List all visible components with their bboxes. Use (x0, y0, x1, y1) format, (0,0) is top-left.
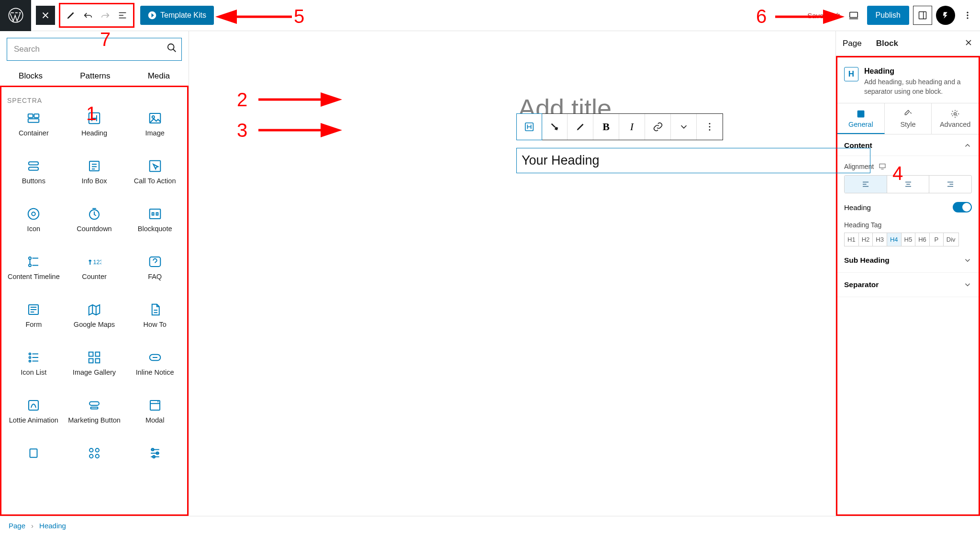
block-sliders[interactable] (124, 446, 185, 479)
block-iconlist[interactable]: Icon List (3, 350, 64, 384)
tag-p[interactable]: P (929, 233, 944, 246)
svg-point-29 (29, 360, 31, 362)
tab-style[interactable]: Style (885, 103, 932, 134)
block-countdown[interactable]: Countdown (64, 207, 125, 240)
block-gallery[interactable]: Image Gallery (64, 350, 125, 384)
block-toolbar: B I (516, 113, 723, 140)
tag-h3[interactable]: H3 (872, 233, 887, 246)
undo-button[interactable] (79, 7, 97, 24)
inserter-panel: Blocks Patterns Media SPECTRA ContainerH… (0, 31, 189, 516)
tab-blocks[interactable]: Blocks (19, 71, 43, 81)
breadcrumb-current[interactable]: Heading (39, 522, 66, 530)
heading-tag-label: Heading Tag (844, 221, 972, 229)
template-kits-label: Template Kits (160, 11, 206, 20)
heading-block[interactable]: Your Heading (516, 148, 870, 173)
tag-h4[interactable]: H4 (887, 233, 902, 246)
editor-canvas[interactable]: Add title B I Your Heading (189, 31, 835, 516)
svg-rect-31 (95, 352, 100, 357)
block-marketing[interactable]: Marketing Button (64, 398, 125, 432)
heading-toggle-label: Heading (844, 203, 871, 212)
block-type-button[interactable] (516, 113, 542, 140)
block-grid4[interactable] (64, 446, 125, 479)
align-left-button[interactable] (845, 176, 887, 193)
block-map[interactable]: Google Maps (64, 302, 125, 336)
template-kits-button[interactable]: Template Kits (140, 6, 214, 25)
heading-toggle[interactable] (953, 202, 972, 212)
svg-rect-36 (89, 402, 99, 406)
more-options-button[interactable] (959, 7, 976, 24)
italic-button[interactable]: I (619, 114, 645, 140)
sidebar-tab-page[interactable]: Page (843, 39, 862, 48)
publish-button[interactable]: Publish (867, 6, 909, 25)
more-formatting-button[interactable] (671, 114, 697, 140)
block-counter[interactable]: 123Counter (64, 255, 125, 288)
block-timeline[interactable]: Content Timeline (3, 255, 64, 288)
block-image[interactable]: Image (124, 111, 185, 145)
svg-point-42 (89, 455, 93, 458)
svg-text:123: 123 (93, 259, 101, 266)
tab-advanced[interactable]: Advanced (932, 103, 979, 134)
preview-device-button[interactable] (844, 6, 863, 25)
wordpress-logo[interactable] (0, 0, 31, 31)
block-faq[interactable]: FAQ (124, 255, 185, 288)
tag-h1[interactable]: H1 (844, 233, 859, 246)
tab-media[interactable]: Media (148, 71, 170, 81)
svg-point-13 (152, 116, 154, 118)
block-lottie[interactable]: Lottie Animation (3, 398, 64, 432)
block-buttons[interactable]: Buttons (3, 159, 64, 192)
svg-rect-3 (919, 12, 926, 19)
redo-button[interactable] (97, 7, 114, 24)
block-options-button[interactable] (697, 114, 723, 140)
svg-rect-9 (34, 114, 39, 118)
document-overview-button[interactable] (114, 7, 131, 24)
block-cta[interactable]: Call To Action (124, 159, 185, 192)
block-heading[interactable]: Heading (64, 111, 125, 145)
separator-panel-toggle[interactable]: Separator (837, 273, 979, 297)
block-slider[interactable] (3, 446, 64, 479)
close-sidebar-button[interactable] (964, 38, 973, 49)
align-center-button[interactable] (887, 176, 930, 193)
link-button[interactable] (645, 114, 671, 140)
svg-point-18 (28, 209, 39, 220)
close-inserter-button[interactable] (36, 6, 55, 25)
subheading-panel-toggle[interactable]: Sub Heading (837, 248, 979, 273)
svg-rect-33 (95, 359, 100, 363)
svg-rect-53 (880, 164, 885, 168)
sidebar-tab-block[interactable]: Block (876, 39, 898, 48)
toggle-settings-button[interactable] (913, 6, 932, 25)
alignment-buttons (844, 175, 972, 193)
block-blockquote[interactable]: Blockquote (124, 207, 185, 240)
tab-general[interactable]: General (837, 103, 885, 134)
svg-rect-15 (29, 167, 38, 170)
block-card-desc: Add heading, sub heading and a separator… (864, 78, 972, 96)
tag-h6[interactable]: H6 (915, 233, 930, 246)
block-form[interactable]: Form (3, 302, 64, 336)
tag-div[interactable]: Div (943, 233, 959, 246)
svg-rect-32 (89, 359, 93, 363)
block-notice[interactable]: Inline Notice (124, 350, 185, 384)
search-input[interactable] (7, 38, 182, 61)
tag-h2[interactable]: H2 (858, 233, 873, 246)
align-right-button[interactable] (929, 176, 971, 193)
spectra-icon[interactable] (936, 6, 955, 25)
block-howto[interactable]: How To (124, 302, 185, 336)
save-draft-link[interactable]: Save draft (807, 11, 840, 20)
block-modal[interactable]: Modal (124, 398, 185, 432)
svg-point-43 (95, 455, 99, 458)
desktop-responsive-icon[interactable] (879, 163, 886, 170)
block-container[interactable]: Container (3, 111, 64, 145)
chevron-down-icon (963, 256, 972, 265)
svg-point-23 (29, 264, 31, 267)
svg-rect-21 (149, 209, 160, 219)
tag-h5[interactable]: H5 (901, 233, 916, 246)
drag-handle-button[interactable] (542, 114, 568, 140)
chevron-down-icon (963, 280, 972, 289)
highlight-button[interactable] (568, 114, 593, 140)
edit-tool-button[interactable] (62, 7, 79, 24)
block-infobox[interactable]: Info Box (64, 159, 125, 192)
svg-point-41 (95, 448, 99, 452)
breadcrumb-root[interactable]: Page (9, 522, 25, 530)
bold-button[interactable]: B (593, 114, 619, 140)
tab-patterns[interactable]: Patterns (80, 71, 110, 81)
block-icon[interactable]: Icon (3, 207, 64, 240)
